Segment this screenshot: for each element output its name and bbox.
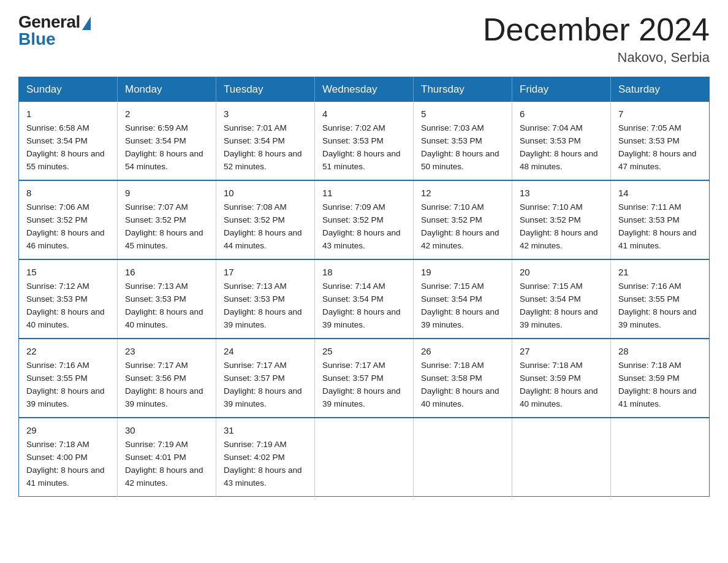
day-info: Sunrise: 7:08 AM Sunset: 3:52 PM Dayligh… xyxy=(224,202,302,250)
day-number: 17 xyxy=(224,265,308,279)
day-number: 22 xyxy=(26,344,111,358)
calendar-table: SundayMondayTuesdayWednesdayThursdayFrid… xyxy=(18,77,710,497)
calendar-cell: 3Sunrise: 7:01 AM Sunset: 3:54 PM Daylig… xyxy=(216,102,315,180)
calendar-cell: 9Sunrise: 7:07 AM Sunset: 3:52 PM Daylig… xyxy=(118,180,216,259)
calendar-cell: 31Sunrise: 7:19 AM Sunset: 4:02 PM Dayli… xyxy=(216,418,315,496)
day-number: 26 xyxy=(421,344,506,358)
day-number: 7 xyxy=(618,107,703,121)
calendar-cell: 5Sunrise: 7:03 AM Sunset: 3:53 PM Daylig… xyxy=(414,102,512,180)
day-info: Sunrise: 7:03 AM Sunset: 3:53 PM Dayligh… xyxy=(421,123,499,171)
day-number: 6 xyxy=(520,107,604,121)
logo: General Blue xyxy=(18,12,91,49)
day-info: Sunrise: 7:14 AM Sunset: 3:54 PM Dayligh… xyxy=(322,282,401,329)
calendar-cell: 24Sunrise: 7:17 AM Sunset: 3:57 PM Dayli… xyxy=(216,339,315,418)
day-info: Sunrise: 7:15 AM Sunset: 3:54 PM Dayligh… xyxy=(421,282,499,329)
calendar-cell: 7Sunrise: 7:05 AM Sunset: 3:53 PM Daylig… xyxy=(611,102,710,180)
calendar-cell: 8Sunrise: 7:06 AM Sunset: 3:52 PM Daylig… xyxy=(19,180,118,259)
calendar-cell xyxy=(611,418,710,496)
col-header-friday: Friday xyxy=(512,77,611,102)
day-info: Sunrise: 7:16 AM Sunset: 3:55 PM Dayligh… xyxy=(618,282,697,329)
day-number: 15 xyxy=(26,265,111,279)
calendar-cell: 14Sunrise: 7:11 AM Sunset: 3:53 PM Dayli… xyxy=(611,180,710,259)
calendar-cell: 2Sunrise: 6:59 AM Sunset: 3:54 PM Daylig… xyxy=(118,102,216,180)
day-number: 2 xyxy=(125,107,210,121)
location-label: Nakovo, Serbia xyxy=(483,50,710,66)
day-number: 14 xyxy=(618,186,703,200)
day-info: Sunrise: 6:59 AM Sunset: 3:54 PM Dayligh… xyxy=(125,123,203,171)
day-info: Sunrise: 7:05 AM Sunset: 3:53 PM Dayligh… xyxy=(618,123,697,171)
col-header-monday: Monday xyxy=(118,77,216,102)
month-title: December 2024 xyxy=(483,12,710,47)
col-header-tuesday: Tuesday xyxy=(216,77,315,102)
calendar-cell: 13Sunrise: 7:10 AM Sunset: 3:52 PM Dayli… xyxy=(512,180,611,259)
day-number: 25 xyxy=(322,344,407,358)
calendar-cell xyxy=(414,418,512,496)
calendar-cell: 23Sunrise: 7:17 AM Sunset: 3:56 PM Dayli… xyxy=(118,339,216,418)
calendar-week-row: 22Sunrise: 7:16 AM Sunset: 3:55 PM Dayli… xyxy=(19,339,710,418)
logo-triangle-icon xyxy=(82,17,91,30)
day-number: 29 xyxy=(26,423,111,437)
day-number: 4 xyxy=(322,107,407,121)
day-info: Sunrise: 7:02 AM Sunset: 3:53 PM Dayligh… xyxy=(322,123,401,171)
day-info: Sunrise: 7:18 AM Sunset: 3:59 PM Dayligh… xyxy=(618,361,697,408)
col-header-sunday: Sunday xyxy=(19,77,118,102)
col-header-thursday: Thursday xyxy=(414,77,512,102)
day-number: 20 xyxy=(520,265,604,279)
day-info: Sunrise: 7:10 AM Sunset: 3:52 PM Dayligh… xyxy=(421,202,499,250)
day-number: 30 xyxy=(125,423,210,437)
day-info: Sunrise: 7:17 AM Sunset: 3:56 PM Dayligh… xyxy=(125,361,203,408)
calendar-header-row: SundayMondayTuesdayWednesdayThursdayFrid… xyxy=(19,77,710,102)
day-info: Sunrise: 7:13 AM Sunset: 3:53 PM Dayligh… xyxy=(125,282,203,329)
day-info: Sunrise: 7:11 AM Sunset: 3:53 PM Dayligh… xyxy=(618,202,697,250)
day-info: Sunrise: 7:17 AM Sunset: 3:57 PM Dayligh… xyxy=(224,361,302,408)
day-info: Sunrise: 7:16 AM Sunset: 3:55 PM Dayligh… xyxy=(26,361,105,408)
day-number: 24 xyxy=(224,344,308,358)
day-info: Sunrise: 7:18 AM Sunset: 3:58 PM Dayligh… xyxy=(421,361,499,408)
day-info: Sunrise: 7:01 AM Sunset: 3:54 PM Dayligh… xyxy=(224,123,302,171)
day-info: Sunrise: 6:58 AM Sunset: 3:54 PM Dayligh… xyxy=(26,123,105,171)
calendar-cell: 21Sunrise: 7:16 AM Sunset: 3:55 PM Dayli… xyxy=(611,259,710,339)
day-info: Sunrise: 7:12 AM Sunset: 3:53 PM Dayligh… xyxy=(26,282,105,329)
day-info: Sunrise: 7:13 AM Sunset: 3:53 PM Dayligh… xyxy=(224,282,302,329)
calendar-cell: 29Sunrise: 7:18 AM Sunset: 4:00 PM Dayli… xyxy=(19,418,118,496)
calendar-cell: 6Sunrise: 7:04 AM Sunset: 3:53 PM Daylig… xyxy=(512,102,611,180)
calendar-cell: 27Sunrise: 7:18 AM Sunset: 3:59 PM Dayli… xyxy=(512,339,611,418)
calendar-cell: 18Sunrise: 7:14 AM Sunset: 3:54 PM Dayli… xyxy=(315,259,414,339)
day-number: 28 xyxy=(618,344,703,358)
title-area: December 2024 Nakovo, Serbia xyxy=(483,12,710,66)
calendar-cell: 20Sunrise: 7:15 AM Sunset: 3:54 PM Dayli… xyxy=(512,259,611,339)
calendar-cell: 22Sunrise: 7:16 AM Sunset: 3:55 PM Dayli… xyxy=(19,339,118,418)
day-number: 9 xyxy=(125,186,210,200)
day-info: Sunrise: 7:18 AM Sunset: 3:59 PM Dayligh… xyxy=(520,361,598,408)
day-info: Sunrise: 7:15 AM Sunset: 3:54 PM Dayligh… xyxy=(520,282,598,329)
calendar-cell xyxy=(512,418,611,496)
day-number: 31 xyxy=(224,423,308,437)
calendar-cell: 1Sunrise: 6:58 AM Sunset: 3:54 PM Daylig… xyxy=(19,102,118,180)
calendar-cell: 25Sunrise: 7:17 AM Sunset: 3:57 PM Dayli… xyxy=(315,339,414,418)
day-info: Sunrise: 7:07 AM Sunset: 3:52 PM Dayligh… xyxy=(125,202,203,250)
calendar-cell: 12Sunrise: 7:10 AM Sunset: 3:52 PM Dayli… xyxy=(414,180,512,259)
day-info: Sunrise: 7:10 AM Sunset: 3:52 PM Dayligh… xyxy=(520,202,598,250)
page-header: General Blue December 2024 Nakovo, Serbi… xyxy=(18,12,710,66)
day-info: Sunrise: 7:19 AM Sunset: 4:02 PM Dayligh… xyxy=(224,440,302,488)
day-number: 19 xyxy=(421,265,506,279)
day-number: 18 xyxy=(322,265,407,279)
calendar-cell: 17Sunrise: 7:13 AM Sunset: 3:53 PM Dayli… xyxy=(216,259,315,339)
calendar-cell: 26Sunrise: 7:18 AM Sunset: 3:58 PM Dayli… xyxy=(414,339,512,418)
calendar-week-row: 1Sunrise: 6:58 AM Sunset: 3:54 PM Daylig… xyxy=(19,102,710,180)
calendar-cell: 15Sunrise: 7:12 AM Sunset: 3:53 PM Dayli… xyxy=(19,259,118,339)
col-header-wednesday: Wednesday xyxy=(315,77,414,102)
day-number: 12 xyxy=(421,186,506,200)
calendar-week-row: 29Sunrise: 7:18 AM Sunset: 4:00 PM Dayli… xyxy=(19,418,710,496)
day-info: Sunrise: 7:19 AM Sunset: 4:01 PM Dayligh… xyxy=(125,440,203,488)
calendar-cell: 4Sunrise: 7:02 AM Sunset: 3:53 PM Daylig… xyxy=(315,102,414,180)
calendar-cell: 30Sunrise: 7:19 AM Sunset: 4:01 PM Dayli… xyxy=(118,418,216,496)
calendar-cell: 28Sunrise: 7:18 AM Sunset: 3:59 PM Dayli… xyxy=(611,339,710,418)
calendar-cell: 16Sunrise: 7:13 AM Sunset: 3:53 PM Dayli… xyxy=(118,259,216,339)
col-header-saturday: Saturday xyxy=(611,77,710,102)
day-number: 13 xyxy=(520,186,604,200)
logo-blue-text: Blue xyxy=(18,29,56,49)
day-number: 21 xyxy=(618,265,703,279)
day-number: 23 xyxy=(125,344,210,358)
day-info: Sunrise: 7:18 AM Sunset: 4:00 PM Dayligh… xyxy=(26,440,105,488)
